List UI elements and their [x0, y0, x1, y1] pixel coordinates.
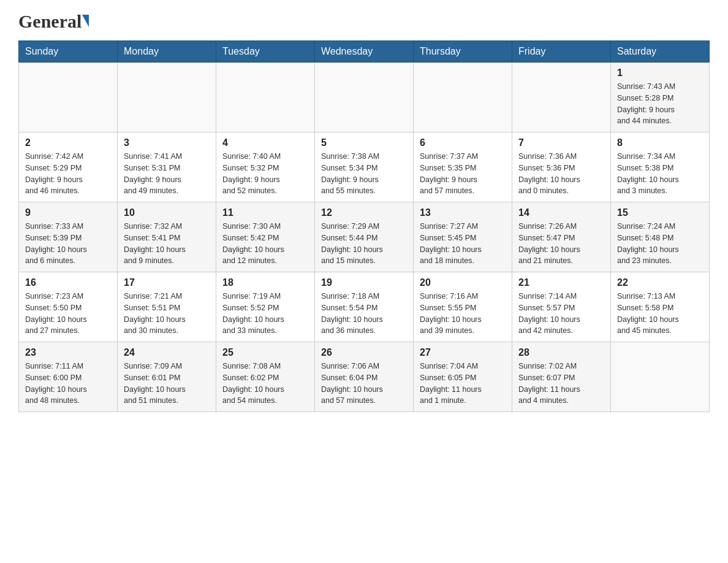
calendar-cell: 28Sunrise: 7:02 AM Sunset: 6:07 PM Dayli… [512, 342, 611, 412]
day-info: Sunrise: 7:27 AM Sunset: 5:45 PM Dayligh… [420, 221, 506, 267]
day-info: Sunrise: 7:09 AM Sunset: 6:01 PM Dayligh… [124, 361, 210, 407]
calendar-cell: 24Sunrise: 7:09 AM Sunset: 6:01 PM Dayli… [118, 342, 216, 412]
day-of-week-header: Friday [512, 41, 611, 63]
calendar-cell: 8Sunrise: 7:34 AM Sunset: 5:38 PM Daylig… [611, 132, 710, 202]
day-info: Sunrise: 7:30 AM Sunset: 5:42 PM Dayligh… [222, 221, 308, 267]
day-info: Sunrise: 7:11 AM Sunset: 6:00 PM Dayligh… [25, 361, 111, 407]
calendar-cell: 3Sunrise: 7:41 AM Sunset: 5:31 PM Daylig… [118, 132, 216, 202]
logo-g: G [18, 12, 32, 31]
day-info: Sunrise: 7:26 AM Sunset: 5:47 PM Dayligh… [518, 221, 604, 267]
day-info: Sunrise: 7:29 AM Sunset: 5:44 PM Dayligh… [321, 221, 407, 267]
calendar-cell: 7Sunrise: 7:36 AM Sunset: 5:36 PM Daylig… [512, 132, 611, 202]
calendar-week-row: 23Sunrise: 7:11 AM Sunset: 6:00 PM Dayli… [19, 342, 710, 412]
day-number: 25 [222, 347, 308, 358]
day-info: Sunrise: 7:24 AM Sunset: 5:48 PM Dayligh… [617, 221, 703, 267]
calendar-week-row: 1Sunrise: 7:43 AM Sunset: 5:28 PM Daylig… [19, 63, 710, 132]
day-info: Sunrise: 7:33 AM Sunset: 5:39 PM Dayligh… [25, 221, 111, 267]
day-info: Sunrise: 7:02 AM Sunset: 6:07 PM Dayligh… [518, 361, 604, 407]
calendar-cell: 5Sunrise: 7:38 AM Sunset: 5:34 PM Daylig… [315, 132, 414, 202]
calendar-cell [118, 63, 216, 132]
calendar-cell: 16Sunrise: 7:23 AM Sunset: 5:50 PM Dayli… [19, 272, 118, 342]
day-of-week-header: Saturday [611, 41, 710, 63]
day-info: Sunrise: 7:16 AM Sunset: 5:55 PM Dayligh… [420, 291, 506, 337]
day-info: Sunrise: 7:40 AM Sunset: 5:32 PM Dayligh… [222, 151, 308, 197]
day-number: 3 [124, 137, 210, 148]
day-number: 19 [321, 277, 407, 288]
day-info: Sunrise: 7:38 AM Sunset: 5:34 PM Dayligh… [321, 151, 407, 197]
calendar-cell [414, 63, 512, 132]
day-info: Sunrise: 7:18 AM Sunset: 5:54 PM Dayligh… [321, 291, 407, 337]
day-of-week-header: Monday [118, 41, 216, 63]
day-info: Sunrise: 7:13 AM Sunset: 5:58 PM Dayligh… [617, 291, 703, 337]
calendar-cell: 11Sunrise: 7:30 AM Sunset: 5:42 PM Dayli… [216, 202, 315, 272]
day-info: Sunrise: 7:42 AM Sunset: 5:29 PM Dayligh… [25, 151, 111, 197]
day-info: Sunrise: 7:36 AM Sunset: 5:36 PM Dayligh… [518, 151, 604, 197]
calendar-cell: 1Sunrise: 7:43 AM Sunset: 5:28 PM Daylig… [611, 63, 710, 132]
calendar-cell [611, 342, 710, 412]
day-number: 1 [617, 67, 703, 79]
calendar-cell: 18Sunrise: 7:19 AM Sunset: 5:52 PM Dayli… [216, 272, 315, 342]
calendar-cell: 26Sunrise: 7:06 AM Sunset: 6:04 PM Dayli… [315, 342, 414, 412]
day-number: 24 [124, 347, 210, 358]
calendar-cell: 14Sunrise: 7:26 AM Sunset: 5:47 PM Dayli… [512, 202, 611, 272]
day-number: 27 [420, 347, 506, 358]
day-info: Sunrise: 7:32 AM Sunset: 5:41 PM Dayligh… [124, 221, 210, 267]
day-number: 28 [518, 347, 604, 358]
day-number: 26 [321, 347, 407, 358]
calendar-cell: 22Sunrise: 7:13 AM Sunset: 5:58 PM Dayli… [611, 272, 710, 342]
day-info: Sunrise: 7:21 AM Sunset: 5:51 PM Dayligh… [124, 291, 210, 337]
calendar-cell: 13Sunrise: 7:27 AM Sunset: 5:45 PM Dayli… [414, 202, 512, 272]
day-number: 11 [222, 207, 308, 218]
day-number: 15 [617, 207, 703, 218]
day-number: 9 [25, 207, 111, 218]
logo-eneral: eneral [32, 12, 82, 31]
day-of-week-header: Thursday [414, 41, 512, 63]
day-number: 10 [124, 207, 210, 218]
day-number: 23 [25, 347, 111, 358]
day-number: 17 [124, 277, 210, 288]
day-number: 4 [222, 137, 308, 148]
day-number: 7 [518, 137, 604, 148]
day-number: 5 [321, 137, 407, 148]
day-number: 12 [321, 207, 407, 218]
calendar-cell: 4Sunrise: 7:40 AM Sunset: 5:32 PM Daylig… [216, 132, 315, 202]
day-of-week-header: Wednesday [315, 41, 414, 63]
day-number: 2 [25, 137, 111, 148]
day-number: 21 [518, 277, 604, 288]
calendar-cell [512, 63, 611, 132]
day-info: Sunrise: 7:14 AM Sunset: 5:57 PM Dayligh… [518, 291, 604, 337]
day-info: Sunrise: 7:41 AM Sunset: 5:31 PM Dayligh… [124, 151, 210, 197]
calendar-cell: 17Sunrise: 7:21 AM Sunset: 5:51 PM Dayli… [118, 272, 216, 342]
calendar-cell: 9Sunrise: 7:33 AM Sunset: 5:39 PM Daylig… [19, 202, 118, 272]
day-number: 18 [222, 277, 308, 288]
calendar-cell [216, 63, 315, 132]
calendar-cell: 20Sunrise: 7:16 AM Sunset: 5:55 PM Dayli… [414, 272, 512, 342]
calendar-header-row: SundayMondayTuesdayWednesdayThursdayFrid… [19, 41, 710, 63]
day-of-week-header: Sunday [19, 41, 118, 63]
day-info: Sunrise: 7:08 AM Sunset: 6:02 PM Dayligh… [222, 361, 308, 407]
day-of-week-header: Tuesday [216, 41, 315, 63]
day-number: 22 [617, 277, 703, 288]
day-number: 20 [420, 277, 506, 288]
day-info: Sunrise: 7:19 AM Sunset: 5:52 PM Dayligh… [222, 291, 308, 337]
calendar-cell: 21Sunrise: 7:14 AM Sunset: 5:57 PM Dayli… [512, 272, 611, 342]
calendar-cell: 12Sunrise: 7:29 AM Sunset: 5:44 PM Dayli… [315, 202, 414, 272]
day-info: Sunrise: 7:34 AM Sunset: 5:38 PM Dayligh… [617, 151, 703, 197]
calendar-week-row: 2Sunrise: 7:42 AM Sunset: 5:29 PM Daylig… [19, 132, 710, 202]
day-info: Sunrise: 7:23 AM Sunset: 5:50 PM Dayligh… [25, 291, 111, 337]
calendar-cell: 25Sunrise: 7:08 AM Sunset: 6:02 PM Dayli… [216, 342, 315, 412]
page-header: G eneral [18, 12, 710, 28]
day-info: Sunrise: 7:43 AM Sunset: 5:28 PM Dayligh… [617, 81, 703, 127]
calendar-cell: 2Sunrise: 7:42 AM Sunset: 5:29 PM Daylig… [19, 132, 118, 202]
day-number: 13 [420, 207, 506, 218]
calendar-week-row: 9Sunrise: 7:33 AM Sunset: 5:39 PM Daylig… [19, 202, 710, 272]
calendar-cell [315, 63, 414, 132]
day-info: Sunrise: 7:04 AM Sunset: 6:05 PM Dayligh… [420, 361, 506, 407]
day-number: 6 [420, 137, 506, 148]
day-number: 14 [518, 207, 604, 218]
calendar-table: SundayMondayTuesdayWednesdayThursdayFrid… [18, 40, 710, 412]
calendar-cell [19, 63, 118, 132]
calendar-cell: 27Sunrise: 7:04 AM Sunset: 6:05 PM Dayli… [414, 342, 512, 412]
logo-triangle-icon [82, 15, 89, 27]
day-info: Sunrise: 7:06 AM Sunset: 6:04 PM Dayligh… [321, 361, 407, 407]
